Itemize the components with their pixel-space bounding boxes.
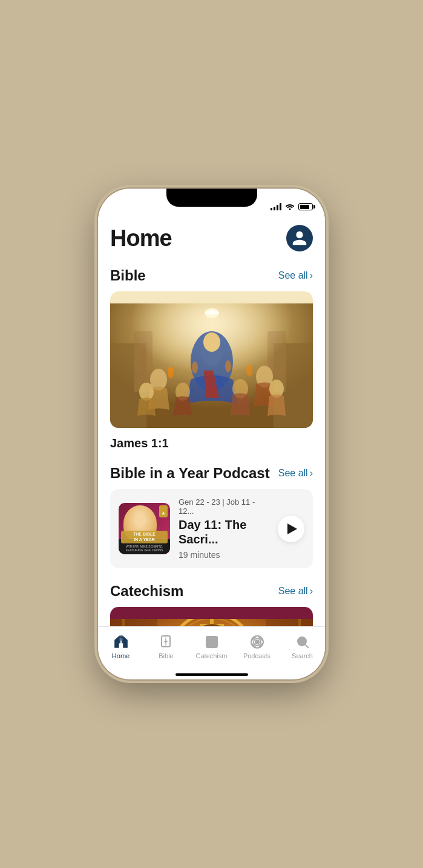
podcast-book-label: THE BIBLE IN A YEAR	[121, 531, 168, 543]
podcast-thumbnail: THE BIBLE IN A YEAR WITH FR. MIKE SCHMIT…	[119, 503, 170, 554]
content-area: Bible See all ›	[98, 267, 325, 679]
page-title: Home	[110, 225, 172, 251]
signal-bars-icon	[271, 203, 281, 210]
verse-label: James 1:1	[110, 436, 313, 450]
phone-screen: Home Bible See all ›	[98, 189, 325, 679]
nav-label-search: Search	[292, 652, 313, 659]
nav-item-search[interactable]: Search	[280, 632, 325, 662]
svg-rect-38	[119, 636, 123, 638]
svg-point-8	[203, 332, 220, 352]
nav-item-home[interactable]: Home	[98, 632, 143, 662]
catechism-accent	[110, 607, 313, 619]
status-icons	[271, 202, 313, 212]
phone-frame: Home Bible See all ›	[98, 189, 325, 679]
catechism-icon	[204, 634, 220, 650]
home-icon	[113, 634, 129, 650]
podcast-info: Gen 22 - 23 | Job 11 - 12... Day 11: The…	[179, 497, 269, 560]
nav-label-podcasts: Podcasts	[243, 652, 271, 659]
bible-icon	[159, 634, 174, 650]
bible-painting	[110, 295, 313, 428]
svg-point-49	[298, 637, 306, 646]
catechism-section-header: Catechism See all ›	[110, 583, 313, 600]
svg-rect-43	[206, 636, 217, 647]
nav-label-bible: Bible	[159, 652, 173, 659]
nav-label-catechism: Catechism	[196, 652, 228, 659]
podcast-book-text-line2: IN A YEAR	[123, 537, 165, 542]
bible-card[interactable]	[110, 291, 313, 430]
scroll-content[interactable]: Home Bible See all ›	[98, 215, 325, 679]
home-indicator	[175, 673, 248, 676]
nav-item-bible[interactable]: Bible	[143, 632, 189, 662]
nav-item-podcasts[interactable]: Podcasts	[234, 632, 280, 662]
person-icon	[291, 230, 308, 247]
search-icon	[295, 634, 310, 650]
page-header: Home	[98, 215, 325, 257]
podcast-episode-label: Gen 22 - 23 | Job 11 - 12...	[179, 497, 269, 516]
wifi-icon	[285, 202, 295, 212]
svg-point-17	[225, 360, 231, 372]
play-triangle-icon	[287, 523, 297, 534]
podcast-book-text-line1: THE BIBLE	[123, 532, 165, 537]
podcast-episode-title: Day 11: The Sacri...	[179, 517, 269, 546]
svg-point-18	[246, 364, 252, 377]
svg-point-47	[255, 640, 259, 644]
avatar-button[interactable]	[286, 225, 313, 251]
bible-see-all-link[interactable]: See all ›	[278, 270, 313, 281]
bible-accent	[110, 291, 313, 303]
nav-label-home: Home	[112, 652, 130, 659]
podcast-section-header: Bible in a Year Podcast See all ›	[110, 465, 313, 482]
svg-line-50	[305, 645, 309, 649]
notch	[166, 189, 257, 207]
bible-section-title: Bible	[110, 267, 146, 284]
svg-point-16	[192, 361, 198, 374]
podcast-card[interactable]: THE BIBLE IN A YEAR WITH FR. MIKE SCHMIT…	[110, 489, 313, 568]
battery-icon	[298, 203, 313, 210]
catechism-see-all-link[interactable]: See all ›	[278, 586, 313, 597]
catechism-section-title: Catechism	[110, 583, 183, 600]
nav-item-catechism[interactable]: Catechism	[189, 632, 234, 662]
play-button[interactable]	[278, 516, 304, 542]
podcast-book-icon: ▲	[159, 505, 168, 517]
podcasts-icon	[249, 634, 265, 650]
svg-point-15	[168, 366, 174, 378]
podcast-sub-text: WITH FR. MIKE SCHMITZ, FEATURING JEFF CA…	[119, 545, 170, 552]
podcast-section-title: Bible in a Year Podcast	[110, 465, 270, 482]
podcast-duration: 19 minutes	[179, 550, 269, 560]
bottom-nav: Home Bible	[98, 626, 325, 679]
podcast-see-all-link[interactable]: See all ›	[278, 468, 313, 479]
bible-section-header: Bible See all ›	[110, 267, 313, 284]
podcast-label-container: THE BIBLE IN A YEAR WITH FR. MIKE SCHMIT…	[119, 531, 170, 552]
